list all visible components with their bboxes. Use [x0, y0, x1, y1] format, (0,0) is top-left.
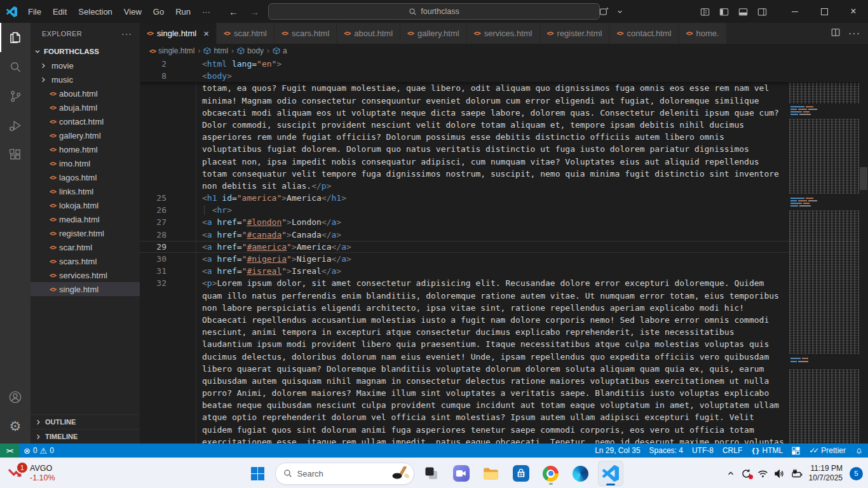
- split-editor-icon[interactable]: [831, 27, 841, 40]
- code-line[interactable]: 25<h1 id="america">America</h1>: [140, 192, 868, 204]
- file-item-about-html[interactable]: <>about.html: [31, 86, 140, 100]
- file-item-links-html[interactable]: <>links.html: [31, 184, 140, 198]
- file-item-services-html[interactable]: <>services.html: [31, 268, 140, 282]
- code-line[interactable]: libero quaerat quisquam? Doloremque blan…: [140, 363, 868, 375]
- tab-services-html[interactable]: <>services.html: [467, 23, 540, 44]
- more-actions-icon[interactable]: ···: [848, 28, 860, 39]
- line-number[interactable]: 30: [140, 253, 166, 265]
- code-line[interactable]: porro? Animi, dolorem maiores? Maxime il…: [140, 387, 868, 399]
- code-line[interactable]: minima! Magnam odio consectetur consequu…: [140, 95, 868, 107]
- line-number[interactable]: 32: [140, 277, 166, 289]
- widgets-button[interactable]: 1 AVGO -1.10%: [6, 464, 55, 483]
- battery-charging-icon[interactable]: [790, 468, 803, 478]
- minimap[interactable]: [789, 58, 859, 444]
- notifications-bell-icon[interactable]: [850, 444, 868, 458]
- code-line[interactable]: 30<a href="#nigeria">Nigeria</a>: [140, 253, 868, 265]
- code-line[interactable]: totam consequatur velit tempore fuga dig…: [140, 168, 868, 180]
- code-line[interactable]: 29<a href="#america">America</a>: [140, 241, 868, 253]
- back-button[interactable]: ←: [229, 6, 238, 17]
- folder-item-movie[interactable]: movie: [31, 58, 140, 72]
- editor-scrollbar[interactable]: [859, 58, 868, 444]
- line-number[interactable]: 26: [140, 204, 166, 216]
- notification-badge[interactable]: 5: [850, 467, 863, 480]
- sticky-line[interactable]: 2<html lang="en">: [140, 58, 868, 70]
- workspace-root-folder[interactable]: FOURTHCLASS: [31, 44, 140, 58]
- file-item-imo-html[interactable]: <>imo.html: [31, 156, 140, 170]
- menu-more[interactable]: ···: [196, 0, 216, 23]
- code-line[interactable]: quam illo natus perferendis enim blandit…: [140, 290, 868, 302]
- line-number[interactable]: [140, 168, 166, 180]
- line-number[interactable]: 8: [140, 70, 166, 82]
- code-line[interactable]: obcaecati modi aliquam eos ut voluptate …: [140, 107, 868, 119]
- code-line[interactable]: Dolor commodi, suscipit provident nesciu…: [140, 119, 868, 131]
- eol-setting[interactable]: CRLF: [718, 444, 747, 458]
- code-line[interactable]: 26│ <hr>: [140, 204, 868, 216]
- scrollbar-thumb[interactable]: [860, 167, 867, 190]
- tab-scar-html[interactable]: <>scar.html: [217, 23, 275, 44]
- customize-layout-icon[interactable]: [695, 0, 714, 23]
- code-line[interactable]: 27<a href="#london">London</a>: [140, 216, 868, 228]
- code-line[interactable]: 31<a href="#isreal">Isreal</a>: [140, 265, 868, 277]
- remote-indicator[interactable]: ><: [0, 444, 19, 458]
- menu-file[interactable]: File: [22, 0, 47, 23]
- sync-update-icon[interactable]: [741, 468, 752, 479]
- command-center-search[interactable]: fourthclass: [268, 3, 600, 20]
- code-line[interactable]: exercitationem esse, itaque rem ullam im…: [140, 436, 868, 444]
- code-line[interactable]: placeat non, ipsa impedit nobis consequa…: [140, 156, 868, 168]
- file-item-single-html[interactable]: <>single.html: [31, 282, 140, 296]
- file-item-abuja-html[interactable]: <>abuja.html: [31, 100, 140, 114]
- minimize-button[interactable]: [780, 0, 810, 23]
- line-number[interactable]: [140, 180, 166, 192]
- ports-icon[interactable]: [787, 444, 804, 458]
- line-number[interactable]: 27: [140, 216, 166, 228]
- line-number[interactable]: [140, 290, 166, 302]
- forward-button[interactable]: →: [250, 6, 259, 17]
- menu-go[interactable]: Go: [147, 0, 170, 23]
- tray-chevron-up-icon[interactable]: [726, 469, 735, 478]
- code-line[interactable]: quibusdam autem quisquam nihil magnam in…: [140, 375, 868, 387]
- tab-scars-html[interactable]: <>scars.html: [275, 23, 337, 44]
- line-number[interactable]: 28: [140, 229, 166, 241]
- line-number[interactable]: [140, 436, 166, 444]
- line-number[interactable]: [140, 326, 166, 338]
- line-number[interactable]: [140, 351, 166, 363]
- breadcrumb-item-a[interactable]: a: [273, 46, 287, 55]
- sticky-scroll[interactable]: 2<html lang="en">8<body>: [140, 58, 868, 82]
- code-line[interactable]: non debitis sit alias.</p>: [140, 180, 868, 192]
- file-item-contact-html[interactable]: <>contact.html: [31, 114, 140, 128]
- breadcrumb-item-body[interactable]: body: [237, 46, 264, 55]
- tab-about-html[interactable]: <>about.html: [337, 23, 400, 44]
- code-line[interactable]: 32<p>Lorem ipsum dolor, sit amet consect…: [140, 277, 868, 289]
- language-mode[interactable]: {} HTML: [747, 444, 787, 458]
- code-line[interactable]: atque optio reprehenderit dolorum vel of…: [140, 411, 868, 423]
- task-view-button[interactable]: [419, 461, 444, 486]
- tab-home[interactable]: <>home.: [679, 23, 726, 44]
- file-item-gallery-html[interactable]: <>gallery.html: [31, 128, 140, 142]
- code-line[interactable]: voluptatibus fugiat dolorem. Dolorum quo…: [140, 143, 868, 155]
- chrome-icon[interactable]: [538, 461, 564, 486]
- file-explorer-icon[interactable]: [478, 461, 504, 486]
- file-item-scar-html[interactable]: <>scar.html: [31, 240, 140, 254]
- menu-edit[interactable]: Edit: [47, 0, 72, 23]
- code-line[interactable]: 28<a href="#canada">Canada</a>: [140, 229, 868, 241]
- code-line[interactable]: ducimus delectus, doloribus dolorum nam …: [140, 351, 868, 363]
- line-number[interactable]: [140, 143, 166, 155]
- encoding-setting[interactable]: UTF-8: [688, 444, 718, 458]
- code-line[interactable]: asperiores rem unde fugiat officiis? Dol…: [140, 131, 868, 143]
- outline-panel-header[interactable]: OUTLINE: [31, 414, 140, 429]
- line-number[interactable]: 31: [140, 265, 166, 277]
- code-editor[interactable]: 2<html lang="en">8<body> totam, ea quos?…: [140, 58, 868, 444]
- line-number[interactable]: 2: [140, 58, 166, 70]
- toggle-panel-icon[interactable]: [733, 0, 752, 23]
- toggle-primary-sidebar-icon[interactable]: [714, 0, 733, 23]
- line-number[interactable]: [140, 363, 166, 375]
- file-item-lagos-html[interactable]: <>lagos.html: [31, 170, 140, 184]
- timeline-panel-header[interactable]: TIMELINE: [31, 429, 140, 444]
- start-button[interactable]: [245, 461, 271, 486]
- toggle-secondary-sidebar-icon[interactable]: [752, 0, 771, 23]
- vscode-taskbar-icon[interactable]: [598, 461, 623, 486]
- line-number[interactable]: [140, 314, 166, 326]
- line-number[interactable]: [140, 387, 166, 399]
- chat-app-icon[interactable]: [449, 461, 474, 486]
- code-line[interactable]: quidem fugiat quos sint dolorum animi fu…: [140, 424, 868, 436]
